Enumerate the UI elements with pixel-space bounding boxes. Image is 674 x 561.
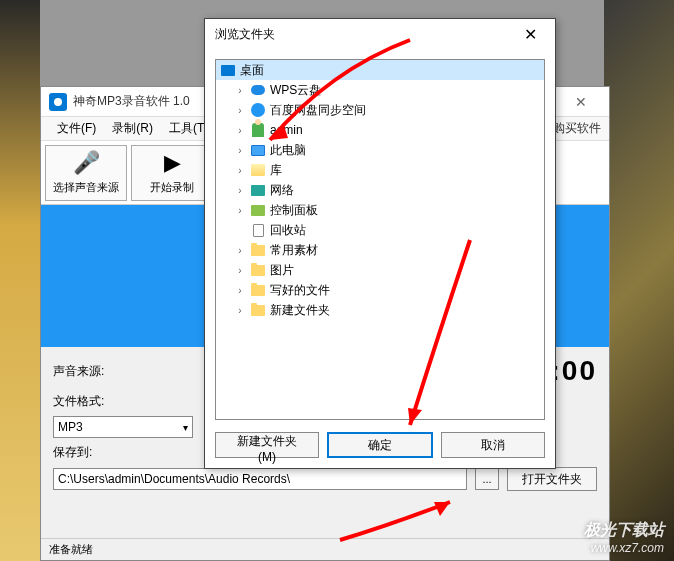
tree-item-recycle[interactable]: 回收站: [216, 220, 544, 240]
dialog-titlebar: 浏览文件夹 ✕: [205, 19, 555, 49]
buy-label: 购买软件: [553, 120, 601, 137]
tree-item-controlpanel[interactable]: › 控制面板: [216, 200, 544, 220]
background-right: [604, 0, 674, 561]
select-source-label: 选择声音来源: [53, 180, 119, 195]
expander-icon[interactable]: ›: [234, 125, 246, 136]
expander-icon[interactable]: ›: [234, 85, 246, 96]
status-text: 准备就绪: [49, 542, 93, 557]
dialog-title: 浏览文件夹: [215, 26, 515, 43]
tree-item-label: 此电脑: [270, 142, 306, 159]
tree-item-label: 回收站: [270, 222, 306, 239]
tree-item-label: 控制面板: [270, 202, 318, 219]
tree-item-folder[interactable]: › 写好的文件: [216, 280, 544, 300]
expander-icon[interactable]: ›: [234, 185, 246, 196]
tree-item-label: 库: [270, 162, 282, 179]
folder-icon: [251, 245, 265, 256]
start-record-label: 开始录制: [150, 180, 194, 195]
watermark-line1: 极光下载站: [584, 520, 664, 541]
tree-item-label: 常用素材: [270, 242, 318, 259]
tree-item-folder[interactable]: › 图片: [216, 260, 544, 280]
menu-file[interactable]: 文件(F): [49, 120, 104, 137]
folder-tree[interactable]: 桌面 › WPS云盘 › 百度网盘同步空间 › admin › 此电脑: [215, 59, 545, 420]
tree-item-label: admin: [270, 123, 303, 137]
tree-item-label: WPS云盘: [270, 82, 321, 99]
select-source-button[interactable]: 🎤 选择声音来源: [45, 145, 127, 201]
tree-item-label: 图片: [270, 262, 294, 279]
browse-folder-dialog: 浏览文件夹 ✕ 桌面 › WPS云盘 › 百度网盘同步空间 › admin: [204, 18, 556, 469]
cloud-icon: [251, 85, 265, 95]
tree-item-folder[interactable]: › 新建文件夹: [216, 300, 544, 320]
background-left: [0, 0, 40, 561]
tree-root-label: 桌面: [240, 62, 264, 79]
tree-item-folder[interactable]: › 常用素材: [216, 240, 544, 260]
tree-item-admin[interactable]: › admin: [216, 120, 544, 140]
close-button[interactable]: ✕: [561, 88, 601, 116]
tree-item-baidu[interactable]: › 百度网盘同步空间: [216, 100, 544, 120]
control-panel-icon: [251, 205, 265, 216]
expander-icon[interactable]: ›: [234, 305, 246, 316]
expander-icon[interactable]: ›: [234, 105, 246, 116]
dialog-close-button[interactable]: ✕: [515, 21, 545, 47]
tree-item-label: 新建文件夹: [270, 302, 330, 319]
save-path-input[interactable]: [53, 468, 467, 490]
expander-icon[interactable]: ›: [234, 205, 246, 216]
recycle-bin-icon: [253, 224, 264, 237]
tree-item-wps[interactable]: › WPS云盘: [216, 80, 544, 100]
expander-icon[interactable]: ›: [234, 145, 246, 156]
desktop-icon: [221, 65, 235, 76]
expander-icon[interactable]: [234, 225, 246, 236]
source-label: 声音来源:: [53, 363, 111, 380]
save-to-label: 保存到:: [53, 444, 111, 461]
tree-item-network[interactable]: › 网络: [216, 180, 544, 200]
tree-item-pc[interactable]: › 此电脑: [216, 140, 544, 160]
tree-item-label: 写好的文件: [270, 282, 330, 299]
dialog-buttons: 新建文件夹(M) 确定 取消: [215, 432, 545, 458]
watermark: 极光下载站 www.xz7.com: [584, 520, 664, 555]
format-select[interactable]: MP3: [53, 416, 193, 438]
statusbar: 准备就绪: [41, 538, 609, 560]
format-value: MP3: [58, 420, 83, 434]
expander-icon[interactable]: ›: [234, 245, 246, 256]
time-display: :00: [551, 355, 597, 387]
menu-record[interactable]: 录制(R): [104, 120, 161, 137]
browse-button[interactable]: ...: [475, 468, 499, 490]
cancel-button[interactable]: 取消: [441, 432, 545, 458]
dialog-body: 桌面 › WPS云盘 › 百度网盘同步空间 › admin › 此电脑: [205, 49, 555, 468]
new-folder-button[interactable]: 新建文件夹(M): [215, 432, 319, 458]
tree-root-desktop[interactable]: 桌面: [216, 60, 544, 80]
microphone-icon: 🎤: [73, 150, 100, 176]
tree-item-label: 网络: [270, 182, 294, 199]
folder-icon: [251, 285, 265, 296]
folder-icon: [251, 265, 265, 276]
user-icon: [252, 123, 264, 137]
expander-icon[interactable]: ›: [234, 285, 246, 296]
baidu-icon: [251, 103, 265, 117]
computer-icon: [251, 145, 265, 156]
format-label: 文件格式:: [53, 393, 111, 410]
app-logo-icon: [49, 93, 67, 111]
open-folder-button[interactable]: 打开文件夹: [507, 467, 597, 491]
start-record-button[interactable]: ▶ 开始录制: [131, 145, 213, 201]
play-icon: ▶: [164, 150, 181, 176]
library-icon: [251, 164, 265, 176]
network-icon: [251, 185, 265, 196]
expander-icon[interactable]: ›: [234, 165, 246, 176]
tree-item-library[interactable]: › 库: [216, 160, 544, 180]
tree-item-label: 百度网盘同步空间: [270, 102, 366, 119]
watermark-line2: www.xz7.com: [584, 541, 664, 555]
expander-icon[interactable]: ›: [234, 265, 246, 276]
folder-icon: [251, 305, 265, 316]
ok-button[interactable]: 确定: [327, 432, 433, 458]
